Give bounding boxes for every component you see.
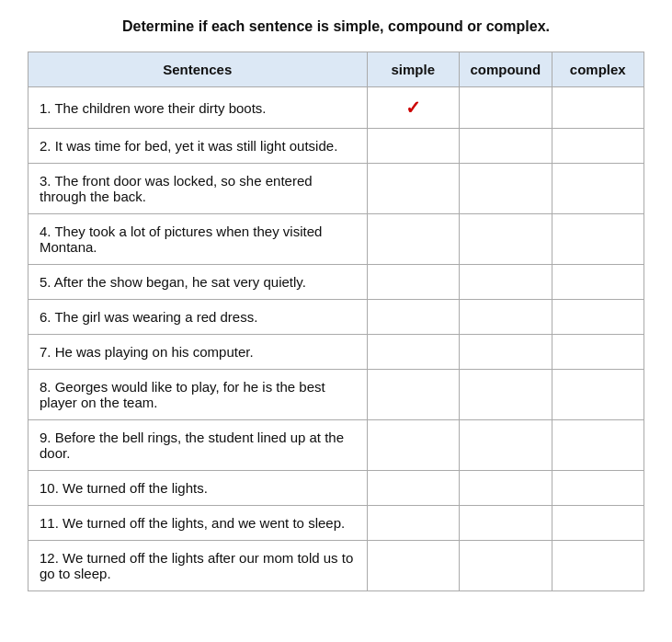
table-row: 10. We turned off the lights. — [28, 471, 644, 506]
compound-cell — [460, 164, 552, 214]
simple-cell — [367, 265, 460, 300]
sentence-cell: 9. Before the bell rings, the student li… — [28, 420, 368, 471]
sentences-table: Sentences simple compound complex 1. The… — [28, 52, 644, 591]
compound-cell — [460, 300, 552, 335]
complex-cell — [552, 265, 644, 300]
table-row: 3. The front door was locked, so she ent… — [28, 164, 644, 214]
page-title: Determine if each sentence is simple, co… — [28, 18, 644, 35]
simple-cell: ✓ — [367, 87, 460, 129]
complex-cell — [552, 129, 644, 164]
sentence-cell: 3. The front door was locked, so she ent… — [28, 164, 368, 214]
compound-cell — [460, 471, 552, 506]
simple-cell — [367, 420, 460, 471]
sentence-cell: 11. We turned off the lights, and we wen… — [28, 506, 368, 541]
table-row: 8. Georges would like to play, for he is… — [28, 370, 644, 420]
simple-cell — [367, 370, 460, 420]
sentence-cell: 7. He was playing on his computer. — [28, 335, 368, 370]
simple-cell — [367, 471, 460, 506]
simple-cell — [367, 300, 460, 335]
simple-cell — [367, 541, 460, 591]
complex-cell — [552, 164, 644, 214]
table-row: 5. After the show began, he sat very qui… — [28, 265, 644, 300]
sentence-cell: 5. After the show began, he sat very qui… — [28, 265, 368, 300]
compound-cell — [460, 214, 552, 265]
table-row: 2. It was time for bed, yet it was still… — [28, 129, 644, 164]
compound-cell — [460, 420, 552, 471]
simple-cell — [367, 164, 460, 214]
complex-cell — [552, 506, 644, 541]
simple-cell — [367, 214, 460, 265]
table-row: 1. The children wore their dirty boots.✓ — [28, 87, 644, 129]
checkmark-icon: ✓ — [405, 97, 421, 118]
sentence-cell: 6. The girl was wearing a red dress. — [28, 300, 368, 335]
header-compound: compound — [460, 52, 552, 87]
complex-cell — [552, 541, 644, 591]
complex-cell — [552, 471, 644, 506]
sentence-cell: 8. Georges would like to play, for he is… — [28, 370, 368, 420]
compound-cell — [460, 506, 552, 541]
table-row: 12. We turned off the lights after our m… — [28, 541, 644, 591]
compound-cell — [460, 335, 552, 370]
table-row: 9. Before the bell rings, the student li… — [28, 420, 644, 471]
table-row: 11. We turned off the lights, and we wen… — [28, 506, 644, 541]
complex-cell — [552, 87, 644, 129]
compound-cell — [460, 129, 552, 164]
sentence-cell: 12. We turned off the lights after our m… — [28, 541, 368, 591]
table-row: 7. He was playing on his computer. — [28, 335, 644, 370]
sentence-cell: 10. We turned off the lights. — [28, 471, 368, 506]
complex-cell — [552, 420, 644, 471]
compound-cell — [460, 370, 552, 420]
simple-cell — [367, 129, 460, 164]
compound-cell — [460, 541, 552, 591]
sentence-cell: 4. They took a lot of pictures when they… — [28, 214, 368, 265]
complex-cell — [552, 370, 644, 420]
header-complex: complex — [552, 52, 644, 87]
simple-cell — [367, 335, 460, 370]
sentence-cell: 2. It was time for bed, yet it was still… — [28, 129, 368, 164]
table-row: 4. They took a lot of pictures when they… — [28, 214, 644, 265]
sentence-cell: 1. The children wore their dirty boots. — [28, 87, 368, 129]
compound-cell — [460, 265, 552, 300]
complex-cell — [552, 335, 644, 370]
compound-cell — [460, 87, 552, 129]
table-row: 6. The girl was wearing a red dress. — [28, 300, 644, 335]
header-simple: simple — [367, 52, 460, 87]
simple-cell — [367, 506, 460, 541]
header-sentences: Sentences — [28, 52, 368, 87]
complex-cell — [552, 300, 644, 335]
complex-cell — [552, 214, 644, 265]
